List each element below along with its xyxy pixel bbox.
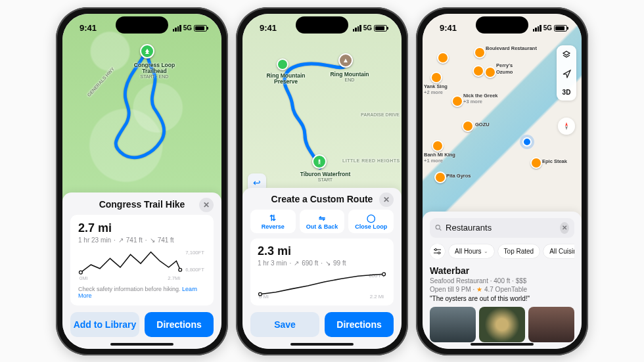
filter-row: All Hours⌄ Top Rated All Cuisines⌄ xyxy=(430,244,574,259)
svg-point-12 xyxy=(436,225,440,229)
poi-label: Banh Mi King+1 more xyxy=(424,152,455,164)
poi-pin[interactable] xyxy=(451,95,463,107)
filter-top-rated[interactable]: Top Rated xyxy=(498,244,540,258)
home-indicator[interactable] xyxy=(110,343,173,346)
svg-point-5 xyxy=(179,268,182,271)
svg-text:6,800FT: 6,800FT xyxy=(185,266,204,272)
route-substats: 1 hr 3 min· ↗690 ft· ↘99 ft xyxy=(258,260,386,267)
trail-substats: 1 hr 23 min· ↗741 ft· ↘741 ft xyxy=(78,237,206,244)
elevation-chart: 7,100FT 6,800FT 0Mi 2.7Mi xyxy=(78,248,206,282)
battery-icon xyxy=(374,25,387,32)
safety-note: Check safety information before hiking. … xyxy=(78,286,206,299)
elevation-chart: 600 FT 0 Mi 2.2 Mi xyxy=(258,271,386,300)
sliders-icon xyxy=(433,247,442,256)
close-loop-button[interactable]: ◯Close Loop xyxy=(348,210,394,233)
sheet-title: Create a Custom Route xyxy=(271,194,373,204)
outback-icon: ⇋ xyxy=(300,214,345,223)
mountain-label: Ring MountainEND xyxy=(327,72,373,83)
clear-search-button[interactable]: ✕ xyxy=(560,222,569,234)
locate-button[interactable] xyxy=(563,65,571,84)
search-input[interactable] xyxy=(446,223,556,233)
map-canvas[interactable]: 3D Boulevard Restaurant Perry's Ozumo Ya… xyxy=(423,14,582,221)
route-sheet[interactable]: Create a Custom Route ✕ ⇅Reverse ⇋Out & … xyxy=(242,188,402,349)
poi-pin[interactable] xyxy=(530,157,542,169)
mode-3d-button[interactable]: 3D xyxy=(563,84,571,101)
signal-icon xyxy=(173,25,181,32)
svg-text:7,100FT: 7,100FT xyxy=(185,250,204,256)
tree-icon xyxy=(144,48,150,55)
poi-pin[interactable] xyxy=(430,72,442,83)
home-indicator[interactable] xyxy=(290,343,354,346)
svg-text:0Mi: 0Mi xyxy=(80,275,88,281)
svg-point-17 xyxy=(438,252,440,254)
phone-custom-route: 9:41 5G Ring Mountain Preserve ▲ Ring Mo… xyxy=(236,7,408,355)
mountain-pin[interactable]: ▲ xyxy=(338,53,353,68)
poi-pin[interactable] xyxy=(434,171,446,183)
result-name: Waterbar xyxy=(430,265,574,276)
compass-icon xyxy=(562,122,571,131)
dynamic-island xyxy=(296,16,348,34)
poi-pin[interactable] xyxy=(474,47,486,58)
distance-value: 2.7 mi xyxy=(78,221,206,235)
descent-icon: ↘ xyxy=(150,237,155,244)
descent-icon: ↘ xyxy=(325,260,331,267)
ascent-icon: ↗ xyxy=(118,237,124,244)
result-quote: "The oysters are out of this world!" xyxy=(430,295,574,302)
start-pin[interactable] xyxy=(312,154,327,169)
poi-pin[interactable] xyxy=(484,66,496,78)
poi-label: Ozumo xyxy=(496,69,513,75)
filter-cuisine[interactable]: All Cuisines⌄ xyxy=(543,244,574,258)
phone-restaurant-search: 9:41 5G 3D xyxy=(416,7,588,355)
dynamic-island xyxy=(476,16,528,34)
save-button[interactable]: Save xyxy=(250,312,319,337)
poi-pin[interactable] xyxy=(437,52,449,64)
network-label: 5G xyxy=(543,24,552,32)
status-time: 9:41 xyxy=(80,23,97,33)
sheet-title: Congress Trail Hike xyxy=(99,199,185,210)
star-icon: ★ xyxy=(476,286,482,293)
poi-pin[interactable] xyxy=(472,65,484,77)
result-card[interactable]: Waterbar Seafood Restaurant · 400 ft · $… xyxy=(430,265,574,342)
svg-point-11 xyxy=(382,272,386,275)
directions-button[interactable]: Directions xyxy=(325,312,394,337)
area-label: LITTLE REED HEIGHTS xyxy=(342,158,400,164)
close-button[interactable]: ✕ xyxy=(379,192,394,207)
out-and-back-button[interactable]: ⇋Out & Back xyxy=(300,210,345,233)
photo-thumbnail[interactable] xyxy=(479,307,525,342)
reverse-button[interactable]: ⇅Reverse xyxy=(250,210,296,233)
trail-stats-card: 2.7 mi 1 hr 23 min· ↗741 ft· ↘741 ft 7,1… xyxy=(70,215,214,305)
phone-congress-trail: 9:41 5G Congress Loop Trailhead START · … xyxy=(56,7,228,355)
network-label: 5G xyxy=(183,24,192,32)
filter-hours[interactable]: All Hours⌄ xyxy=(449,244,494,258)
hiker-icon xyxy=(316,158,323,165)
result-meta-1: Seafood Restaurant · 400 ft · $$$ xyxy=(430,277,574,284)
home-indicator[interactable] xyxy=(471,343,534,346)
compass-button[interactable] xyxy=(558,118,575,135)
preserve-pin[interactable] xyxy=(277,58,288,70)
poi-label: Perry's xyxy=(496,62,513,68)
directions-button[interactable]: Directions xyxy=(145,312,214,337)
start-label: Tiburon WaterfrontSTART xyxy=(299,171,352,183)
photo-row xyxy=(430,307,574,342)
search-sheet[interactable]: ✕ All Hours⌄ Top Rated All Cuisines⌄ Wat… xyxy=(423,212,582,349)
close-button[interactable]: ✕ xyxy=(199,198,214,212)
layers-button[interactable] xyxy=(562,45,571,65)
trail-sheet[interactable]: Congress Trail Hike ✕ 2.7 mi 1 hr 23 min… xyxy=(62,192,221,349)
poi-label: Boulevard Restaurant xyxy=(486,45,537,51)
network-label: 5G xyxy=(363,24,372,32)
status-time: 9:41 xyxy=(260,23,277,33)
status-time: 9:41 xyxy=(440,23,457,33)
svg-point-4 xyxy=(79,271,82,274)
photo-thumbnail[interactable] xyxy=(430,307,476,342)
photo-thumbnail[interactable] xyxy=(528,307,574,342)
reverse-icon: ⇅ xyxy=(250,214,296,223)
search-field[interactable]: ✕ xyxy=(430,218,574,238)
poi-pin[interactable] xyxy=(462,120,474,132)
add-to-library-button[interactable]: Add to Library xyxy=(70,312,139,337)
filter-settings-button[interactable] xyxy=(430,244,445,259)
poi-pin[interactable] xyxy=(432,140,444,152)
trailhead-pin[interactable] xyxy=(140,44,154,58)
signal-icon xyxy=(533,25,541,32)
ascent-icon: ↗ xyxy=(294,260,299,267)
user-location xyxy=(522,137,532,147)
